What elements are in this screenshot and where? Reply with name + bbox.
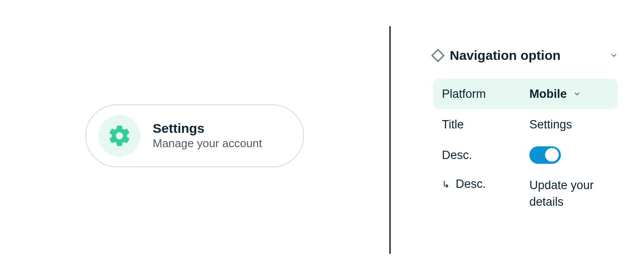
card-text-group: Settings Manage your account xyxy=(153,121,262,150)
prop-row-title[interactable]: Title Settings xyxy=(433,109,618,140)
preview-pane: Settings Manage your account xyxy=(0,0,389,280)
prop-label-desc-child: ↳ Desc. xyxy=(442,177,529,191)
prop-value-desc-toggle xyxy=(529,146,561,164)
component-icon xyxy=(431,48,444,62)
platform-value-text: Mobile xyxy=(529,87,567,101)
prop-label-desc-toggle: Desc. xyxy=(442,149,529,162)
prop-label-title: Title xyxy=(442,118,529,131)
card-title: Settings xyxy=(153,121,262,136)
prop-row-platform[interactable]: Platform Mobile xyxy=(433,79,618,109)
inspector-pane: Navigation option Platform Mobile Title … xyxy=(389,0,644,280)
prop-value-title[interactable]: Settings xyxy=(529,118,572,131)
chevron-down-icon xyxy=(610,52,618,59)
desc-child-label-text: Desc. xyxy=(456,177,486,190)
prop-value-platform[interactable]: Mobile xyxy=(529,87,581,101)
inspector-title: Navigation option xyxy=(450,48,603,63)
gear-icon xyxy=(107,124,132,148)
prop-value-desc-child[interactable]: Update your details xyxy=(529,177,609,211)
inspector-header[interactable]: Navigation option xyxy=(433,48,618,63)
toggle-knob xyxy=(545,148,559,162)
vertical-divider xyxy=(389,26,391,254)
prop-row-desc-toggle: Desc. xyxy=(433,140,618,170)
prop-label-platform: Platform xyxy=(442,87,529,101)
prop-row-desc-value[interactable]: ↳ Desc. Update your details xyxy=(433,170,618,218)
icon-circle xyxy=(98,115,140,157)
desc-toggle[interactable] xyxy=(529,146,561,164)
card-description: Manage your account xyxy=(153,137,262,150)
chevron-down-icon xyxy=(573,90,581,98)
child-arrow-icon: ↳ xyxy=(442,179,450,190)
navigation-option-card[interactable]: Settings Manage your account xyxy=(85,104,304,167)
